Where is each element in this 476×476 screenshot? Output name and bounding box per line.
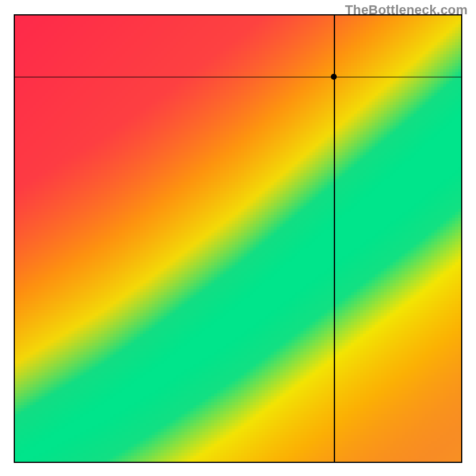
heatmap-plot [14, 14, 462, 463]
watermark-text: TheBottleneck.com [345, 2, 468, 18]
crosshair-vertical [334, 15, 335, 462]
heatmap-canvas [15, 15, 461, 462]
crosshair-horizontal [15, 77, 461, 78]
reference-point-marker [331, 74, 337, 80]
